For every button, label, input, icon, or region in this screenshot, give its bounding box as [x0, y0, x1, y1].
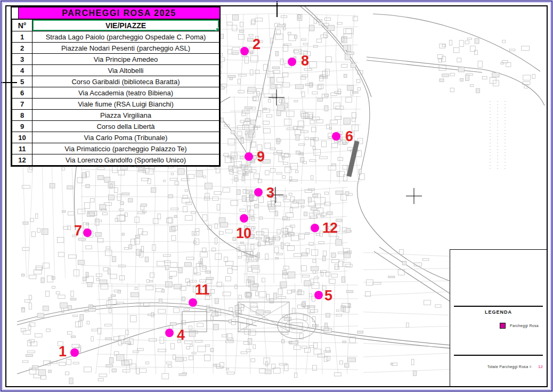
row-street: Piazzale Nodari Pesenti (parcheggio ASL): [32, 43, 219, 54]
parking-dot-9: [245, 152, 253, 161]
parking-number-7: 7: [74, 224, 82, 238]
row-number: 5: [12, 76, 32, 87]
parking-dot-1: [70, 348, 79, 357]
row-street: Via Primaticcio (parcheggio Palazzo Te): [32, 143, 219, 154]
header-vie-piazze-label: VIE/PIAZZE: [105, 21, 146, 30]
row-street: Corso Garibaldi (biblioteca Baratta): [32, 76, 219, 87]
parking-grid: N° VIE/PIAZZE 1Strada Lago Paiolo (parch…: [12, 19, 219, 166]
row-number: 3: [12, 54, 32, 65]
parking-dot-6: [332, 132, 340, 141]
parking-number-9: 9: [257, 150, 264, 164]
row-street: Via Lorenzo Gandolfo (Sportello Unico): [32, 154, 219, 166]
legend-item-label: Parcheggi Rosa: [510, 324, 539, 328]
parking-dot-12: [311, 224, 319, 232]
table-row: 12Via Lorenzo Gandolfo (Sportello Unico): [12, 154, 219, 166]
parking-number-4: 4: [177, 328, 184, 342]
parking-number-12: 12: [322, 221, 337, 235]
table-row: 2Piazzale Nodari Pesenti (parcheggio ASL…: [12, 43, 219, 54]
registration-tick-top: [276, 1, 278, 17]
table-row: 4Via Altobelli: [12, 65, 219, 76]
legend-divider-top: [454, 306, 543, 307]
legend-box: LEGENDA Parcheggi Rosa Totale Parcheggi …: [450, 249, 547, 386]
selection-fill-handle: [216, 28, 219, 31]
parking-dot-5: [314, 291, 323, 299]
parking-dot-10: [240, 214, 248, 223]
map-frame: 123456789101112 PARCHEGGI ROSA 2025 N° V…: [5, 5, 548, 387]
table-row: 1Strada Lago Paiolo (parcheggio Ospedale…: [12, 31, 219, 43]
parcheggi-rosa-swatch: [500, 323, 506, 329]
row-street: Via Carlo Poma (Tribunale): [32, 132, 219, 143]
row-street: Viale fiume (RSA Luigi Bianchi): [32, 99, 219, 110]
table-row: 8Piazza Virgiliana: [12, 110, 219, 121]
parking-number-2: 2: [253, 37, 260, 52]
table-row: 9Corso della Libertà: [12, 121, 219, 132]
table-title-spacer: [12, 7, 19, 19]
parking-dot-4: [165, 329, 174, 337]
row-street: Via Accademia (teatro Bibiena): [32, 87, 219, 99]
table-row: 7Viale fiume (RSA Luigi Bianchi): [12, 99, 219, 110]
legend-total-value: 12: [538, 364, 543, 369]
table-row: 10Via Carlo Poma (Tribunale): [12, 132, 219, 143]
row-number: 4: [12, 65, 32, 76]
parking-dot-2: [240, 47, 249, 55]
row-street: Corso della Libertà: [32, 121, 219, 132]
row-street: Via Altobelli: [32, 65, 219, 76]
parking-dot-8: [288, 58, 296, 66]
row-street: Via Principe Amedeo: [32, 54, 219, 65]
parking-table-body: 1Strada Lago Paiolo (parcheggio Ospedale…: [12, 31, 219, 166]
parking-number-8: 8: [301, 54, 308, 68]
registration-tick-left: [1, 82, 17, 83]
parking-number-10: 10: [236, 226, 251, 241]
header-n: N°: [12, 20, 32, 31]
row-street: Strada Lago Paiolo (parcheggio Ospedale …: [32, 31, 219, 43]
parking-number-5: 5: [324, 289, 332, 303]
table-title-row: PARCHEGGI ROSA 2025: [12, 7, 219, 19]
table-row: 11Via Primaticcio (parcheggio Palazzo Te…: [12, 143, 219, 154]
row-number: 9: [12, 121, 32, 132]
table-row: 6Via Accademia (teatro Bibiena): [12, 87, 219, 99]
legend-divider-bottom: [454, 355, 543, 356]
row-number: 1: [12, 31, 32, 43]
table-row: 3Via Principe Amedeo: [12, 54, 219, 65]
parking-dot-3: [254, 188, 263, 197]
row-street: Piazza Virgiliana: [32, 110, 219, 121]
row-number: 8: [12, 110, 32, 121]
row-number: 6: [12, 87, 32, 99]
row-number: 10: [12, 132, 32, 143]
parking-dot-7: [83, 228, 92, 237]
parking-table: PARCHEGGI ROSA 2025 N° VIE/PIAZZE 1Strad…: [11, 6, 221, 167]
table-row: 5Corso Garibaldi (biblioteca Baratta): [12, 76, 219, 87]
row-number: 12: [12, 154, 32, 166]
parking-number-11: 11: [195, 283, 209, 297]
row-number: 7: [12, 99, 32, 110]
parking-dot-11: [189, 298, 197, 307]
parking-number-1: 1: [59, 345, 66, 359]
table-title: PARCHEGGI ROSA 2025: [19, 7, 219, 19]
header-vie-piazze: VIE/PIAZZE: [32, 20, 219, 31]
parking-number-3: 3: [266, 186, 274, 200]
parking-number-6: 6: [345, 129, 353, 144]
table-header-row: N° VIE/PIAZZE: [12, 20, 219, 31]
legend-total-label: Totale Parcheggi Rosa =: [481, 365, 532, 369]
legend-title: LEGENDA: [450, 309, 547, 315]
row-number: 11: [12, 143, 32, 154]
row-number: 2: [12, 43, 32, 54]
